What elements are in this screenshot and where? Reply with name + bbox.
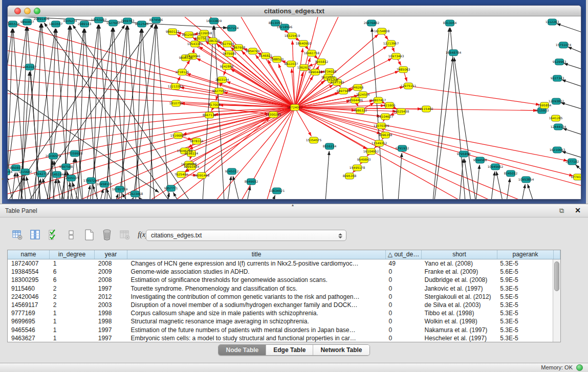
edge[interactable] (12, 172, 15, 200)
table-row[interactable]: 946554611997Estimation of the future num… (8, 326, 553, 334)
table-row[interactable]: 969969511998Structural magnetic resonanc… (8, 317, 553, 325)
edge[interactable] (21, 72, 29, 200)
edge[interactable] (8, 177, 13, 200)
edge[interactable] (464, 159, 471, 200)
cell-short[interactable]: Dudbridge et al. (2008) (421, 276, 496, 284)
cell-out_de[interactable]: 0 (385, 293, 421, 301)
column-header-in_degree[interactable]: in_degree (50, 250, 95, 259)
close-panel-icon[interactable]: ✕ (575, 206, 581, 214)
edge[interactable] (73, 183, 78, 200)
cell-pagerank[interactable]: 5.3E-5 (496, 301, 553, 309)
cell-year[interactable]: 2012 (95, 293, 127, 301)
cell-in_degree[interactable]: 2 (50, 285, 95, 293)
edge[interactable] (563, 128, 581, 135)
cell-title[interactable]: Embryonic stem cells: a model to study s… (127, 334, 385, 342)
cell-year[interactable]: 1998 (95, 317, 127, 325)
cell-name[interactable]: 9115460 (8, 285, 50, 293)
edge[interactable] (76, 25, 98, 200)
cell-year[interactable]: 2009 (95, 268, 127, 276)
close-window-button[interactable] (14, 8, 21, 14)
edge[interactable] (150, 25, 156, 200)
edge[interactable] (568, 47, 581, 53)
table-row[interactable]: 1938455462009Genome-wide association stu… (8, 268, 553, 276)
cell-short[interactable]: Jankovic et al. (1997) (421, 285, 496, 293)
cell-title[interactable]: Changes of HCN gene expression and I(f) … (127, 259, 385, 268)
cell-short[interactable]: Stergiakouli et al. (2012) (421, 293, 496, 301)
edge[interactable] (372, 28, 383, 200)
cell-name[interactable]: 18724007 (8, 259, 50, 268)
show-columns-icon[interactable] (29, 228, 41, 242)
cell-title[interactable]: Estimation of significance thresholds fo… (127, 276, 385, 284)
table-row[interactable]: 1872400712008Changes of HCN gene express… (8, 259, 553, 268)
cell-out_de[interactable]: 0 (385, 301, 421, 309)
column-header-title[interactable]: title (127, 250, 386, 259)
cell-short[interactable]: Yano et al. (2008) (421, 259, 496, 268)
cell-name[interactable]: 18300295 (8, 276, 50, 284)
citation-edge[interactable] (408, 86, 540, 105)
cell-title[interactable]: Disruption of a novel member of a sodium… (127, 301, 385, 309)
cell-title[interactable]: Genome-wide association studies in ADHD. (127, 268, 385, 276)
cell-in_degree[interactable]: 2 (50, 301, 95, 309)
cell-short[interactable]: Tibbo et al. (1998) (421, 309, 496, 317)
cell-pagerank[interactable]: 5.5E-5 (496, 293, 553, 301)
edge[interactable] (398, 153, 402, 200)
cell-out_de[interactable]: 49 (385, 259, 421, 268)
table-options-icon[interactable] (11, 228, 24, 242)
cell-pagerank[interactable]: 5.3E-5 (496, 285, 553, 293)
zoom-window-button[interactable] (34, 8, 40, 14)
tab-edge-table[interactable]: Edge Table (266, 345, 313, 355)
cell-pagerank[interactable]: 5.3E-5 (496, 309, 553, 317)
cell-short[interactable]: Wolkin et al. (1998) (421, 317, 496, 325)
edge[interactable] (87, 185, 90, 200)
cell-out_de[interactable]: 0 (385, 285, 421, 293)
edge[interactable] (273, 195, 275, 200)
table-row[interactable]: 911546021997Tourette syndrome. Phenomeno… (8, 285, 553, 293)
cell-out_de[interactable]: 0 (385, 309, 421, 317)
edge[interactable] (576, 165, 581, 170)
edge[interactable] (507, 178, 510, 200)
cell-short[interactable]: Hescheler et al. (1997) (421, 334, 496, 342)
cell-name[interactable]: 19384554 (8, 268, 50, 276)
edge[interactable] (460, 159, 463, 200)
cell-pagerank[interactable]: 5.3E-5 (496, 334, 553, 342)
citation-edge[interactable] (295, 107, 573, 176)
cell-in_degree[interactable]: 6 (50, 276, 95, 284)
edge[interactable] (454, 57, 475, 200)
edge[interactable] (561, 103, 581, 109)
cell-out_de[interactable]: 0 (385, 276, 421, 284)
edge[interactable] (228, 176, 231, 200)
cell-title[interactable]: Estimation of the future numbers of pati… (127, 326, 385, 334)
cell-name[interactable]: 9699695 (8, 317, 50, 325)
node-attribute-table[interactable]: namein_degreeyeartitle△ out_de…shortpage… (7, 250, 561, 342)
window-titlebar[interactable]: citations_edges.txt (8, 6, 581, 16)
citation-edge[interactable] (202, 118, 270, 176)
edge[interactable] (564, 63, 581, 69)
edge[interactable] (557, 24, 581, 32)
select-all-icon[interactable] (47, 228, 59, 242)
cell-pagerank[interactable]: 5.3E-5 (496, 259, 553, 268)
column-header-out_de[interactable]: △ out_de… (386, 250, 422, 259)
edge[interactable] (233, 176, 239, 200)
cell-year[interactable]: 1997 (95, 326, 127, 334)
edge[interactable] (131, 198, 133, 200)
table-row[interactable]: 1456911722003Disruption of a novel membe… (8, 301, 553, 309)
column-header-pagerank[interactable]: pagerank (497, 250, 554, 259)
cell-in_degree[interactable]: 2 (50, 293, 95, 301)
table-vertical-scrollbar[interactable] (553, 259, 560, 342)
edge[interactable] (138, 197, 142, 200)
edge[interactable] (133, 25, 156, 200)
edge[interactable] (522, 184, 525, 200)
cell-title[interactable]: Investigating the contribution of common… (127, 293, 385, 301)
float-panel-icon[interactable]: ⧉ (559, 207, 568, 215)
column-header-name[interactable]: name (8, 250, 50, 259)
splitter-arrow-icon[interactable]: ▸ (2, 176, 5, 181)
cell-title[interactable]: Tourette syndrome. Phenomenology and cla… (127, 285, 385, 293)
network-canvas[interactable]: 1872400718300295882203715885209146821845… (8, 17, 581, 200)
citation-edge[interactable] (295, 107, 568, 161)
cell-in_degree[interactable]: 1 (50, 326, 95, 334)
memory-status-icon[interactable] (576, 364, 583, 371)
cell-in_degree[interactable]: 6 (50, 268, 95, 276)
citation-edge[interactable] (8, 107, 295, 122)
edge[interactable] (173, 192, 178, 200)
cell-in_degree[interactable]: 1 (50, 309, 95, 317)
